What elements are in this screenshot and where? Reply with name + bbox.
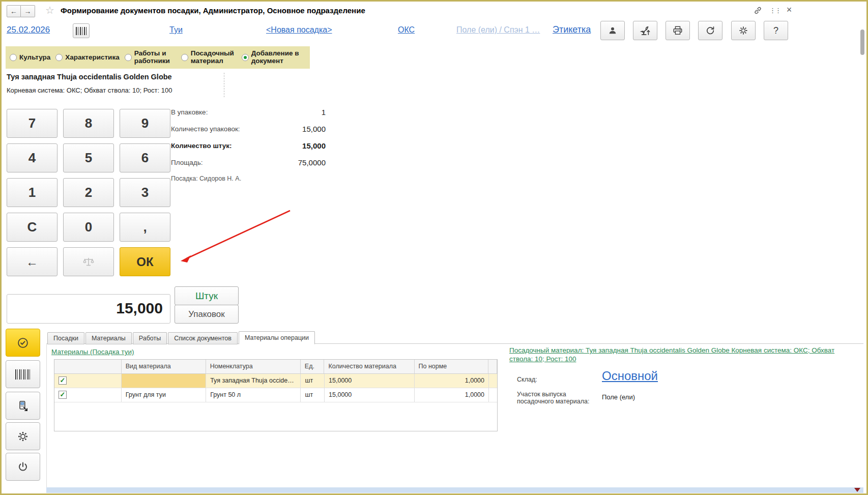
field-span-link[interactable]: Поле (ели) / Спэн 1 … [456, 25, 540, 35]
radio-selected-icon [242, 54, 249, 61]
close-icon[interactable]: × [783, 4, 795, 15]
terminal-icon [16, 399, 30, 413]
label-link[interactable]: Этикетка [553, 24, 591, 35]
quantity-info-panel: В упаковке: 1 Количество упаковок: 15,00… [171, 108, 326, 182]
info-label: Площадь: [171, 159, 203, 166]
quantity-display[interactable]: 15,000 [7, 294, 170, 324]
nav-buttons: ← → [7, 5, 35, 17]
oks-link[interactable]: ОКС [398, 25, 415, 35]
settings-button[interactable] [731, 21, 756, 40]
power-icon [17, 461, 29, 473]
radio-culture[interactable]: Культура [10, 54, 50, 62]
help-button[interactable]: ? [764, 21, 788, 40]
cell-tail [489, 388, 497, 402]
info-row: Площадь: 75,0000 [171, 159, 326, 176]
backspace-button[interactable]: ← [7, 247, 57, 276]
materials-table: Вид материала Номенклатура Ед. Количеств… [54, 359, 498, 431]
ok-button[interactable]: ОК [120, 247, 170, 276]
tab-plantings[interactable]: Посадки [47, 332, 84, 344]
planting-note: Посадка: Сидоров Н. А. [171, 175, 326, 182]
key-0[interactable]: 0 [63, 213, 114, 242]
tab-operation-materials[interactable]: Материалы операции [239, 331, 315, 344]
key-5[interactable]: 5 [63, 143, 114, 172]
scale-button[interactable] [63, 247, 114, 276]
key-comma[interactable]: , [120, 213, 170, 242]
cell-unit: шт [301, 374, 325, 388]
print-button[interactable] [666, 21, 690, 40]
dashed-separator [224, 73, 224, 97]
back-button[interactable]: ← [7, 5, 21, 17]
cell-norm: 1,0000 [415, 388, 489, 402]
planting-material-link[interactable]: Посадочный материал: Туя западная Thuja … [509, 346, 855, 363]
info-value: 15,000 [302, 141, 326, 150]
table-row[interactable]: ✓ Туя западная Thuja occide… шт 15,0000 … [54, 374, 497, 388]
radio-characteristic[interactable]: Характеристика [55, 54, 119, 62]
power-button[interactable] [6, 453, 40, 481]
radio-icon [10, 54, 17, 61]
cell-unit: шт [301, 388, 325, 402]
forward-arrow-icon: → [24, 7, 32, 15]
cell-nomenclature: Грунт 50 л [206, 388, 301, 402]
radio-works[interactable]: Работы и работники [125, 50, 176, 65]
row-checkbox[interactable]: ✓ [59, 391, 67, 399]
refresh-icon [705, 25, 715, 36]
cell-qty: 15,0000 [325, 374, 415, 388]
confirm-button[interactable] [6, 329, 40, 357]
key-4[interactable]: 4 [7, 143, 57, 172]
barcode-button[interactable] [6, 360, 40, 388]
bottom-status-strip [46, 487, 863, 493]
pieces-button[interactable]: Штук [175, 286, 239, 305]
key-9[interactable]: 9 [120, 109, 170, 138]
header-norm: По норме [415, 360, 488, 373]
header-kind: Вид материала [122, 360, 206, 373]
plant-button[interactable] [633, 21, 657, 40]
circled-check-icon [16, 336, 30, 350]
warehouse-link[interactable]: Основной [602, 369, 658, 383]
culture-link[interactable]: Туи [169, 25, 183, 35]
key-1[interactable]: 1 [7, 178, 57, 207]
cell-kind: Грунт для туи [122, 388, 206, 402]
info-value: 15,000 [302, 125, 326, 133]
table-header-row: Вид материала Номенклатура Ед. Количеств… [54, 360, 497, 374]
app-window: ← → ☆ Формирование документов посадки, А… [0, 0, 868, 495]
materials-title-link[interactable]: Материалы (Посадка туи) [51, 348, 134, 356]
star-icon[interactable]: ☆ [45, 4, 54, 16]
tab-works[interactable]: Работы [133, 332, 167, 344]
date-link[interactable]: 25.02.2026 [7, 25, 50, 35]
kebab-menu-icon[interactable]: ⋮⋮ [769, 5, 781, 16]
sidebar-settings-button[interactable] [6, 422, 40, 450]
vertical-scrollbar[interactable] [860, 30, 864, 55]
refresh-button[interactable] [698, 21, 722, 40]
key-6[interactable]: 6 [120, 143, 170, 172]
header-tail [488, 360, 497, 373]
barcode-scan-button[interactable] [73, 23, 90, 38]
radio-label: Работы и работники [134, 50, 176, 65]
radio-add-to-document[interactable]: Добавление в документ [242, 50, 300, 65]
new-planting-link[interactable]: <Новая посадка> [266, 25, 332, 35]
tab-materials[interactable]: Материалы [85, 332, 132, 344]
link-chain-icon[interactable] [751, 5, 764, 16]
table-row[interactable]: ✓ Грунт для туи Грунт 50 л шт 15,0000 1,… [54, 388, 497, 402]
barcode-icon [76, 27, 87, 35]
cell-norm: 1,0000 [415, 374, 489, 388]
radio-planting-material[interactable]: Посадочный материал [181, 50, 237, 65]
area-value: Поле (ели) [602, 393, 635, 401]
cell-nomenclature: Туя западная Thuja occide… [206, 374, 301, 388]
radio-label: Добавление в документ [251, 50, 300, 65]
forward-button[interactable]: → [21, 5, 35, 17]
product-characteristics: Корневая система: ОКС; Обхват ствола: 10… [7, 86, 172, 94]
key-7[interactable]: 7 [7, 109, 57, 138]
tab-documents-list[interactable]: Список документов [168, 332, 238, 344]
key-clear[interactable]: C [7, 213, 57, 242]
key-2[interactable]: 2 [63, 178, 114, 207]
key-8[interactable]: 8 [63, 109, 114, 138]
info-label: Количество штук: [171, 142, 232, 150]
terminal-button[interactable] [6, 392, 40, 420]
user-button[interactable] [600, 21, 625, 40]
row-checkbox[interactable]: ✓ [59, 376, 67, 385]
key-3[interactable]: 3 [120, 178, 170, 207]
packs-button[interactable]: Упаковок [175, 305, 239, 324]
red-arrow-annotation [169, 202, 302, 271]
header-select [54, 360, 122, 373]
area-label: Участок выпуска посадочного материала: [517, 391, 602, 405]
